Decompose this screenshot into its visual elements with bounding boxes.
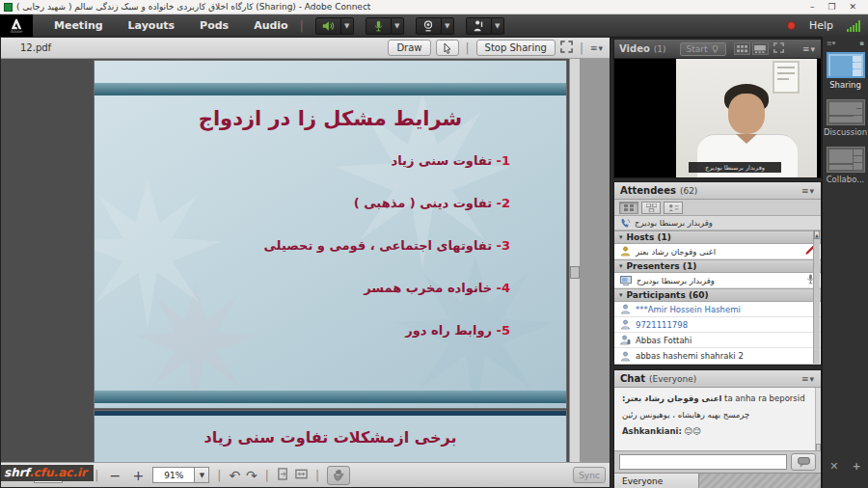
layout-discussion[interactable]: Discussion	[823, 99, 868, 137]
hosts-label: Hosts (1)	[627, 232, 671, 242]
menu-audio[interactable]: Audio	[254, 19, 288, 32]
attendees-scrollbar[interactable]: ▲	[813, 230, 820, 364]
layout-sharing-thumbnail[interactable]	[827, 52, 865, 78]
fit-width-button[interactable]	[295, 468, 308, 482]
hosts-group-header[interactable]: ▾ Hosts (1)	[614, 230, 821, 244]
presenter-row[interactable]: وقربدار برسنطا بودیرج	[614, 273, 821, 288]
draw-button[interactable]: Draw	[388, 40, 430, 56]
window-titlebar: کارگاه اخلاق کاربردی خانواده و سبک زندگی…	[0, 0, 868, 14]
fit-page-button[interactable]	[277, 468, 289, 482]
maximize-icon[interactable]: ❐	[827, 2, 835, 12]
chat-pod: Chat (Everyone) ≡▾ اعنی وقوجان رشاد بعتر…	[613, 369, 822, 488]
active-speaker-row: وقربدار برسنطا بودیرج	[614, 216, 821, 230]
attendee-status-view-button[interactable]	[664, 202, 683, 214]
minimize-icon[interactable]: –	[810, 2, 815, 12]
chat-messages: اعنی وقوجان رشاد بعتر: ta anha ra bepors…	[614, 388, 821, 451]
share-pod-menu-icon[interactable]: ≡▾	[590, 43, 604, 53]
participant-name: ***Amir Hossein Hashemi	[636, 305, 741, 314]
document-scrollbar-thumb[interactable]	[570, 266, 580, 279]
raise-hand-icon	[472, 19, 485, 33]
adobe-logo-label: Adobe	[11, 30, 23, 34]
pointer-icon	[443, 42, 452, 54]
document-scrollbar[interactable]	[569, 59, 580, 462]
start-webcam-button[interactable]: Start	[680, 42, 726, 56]
slide-item-5: 5- روابط راه دور	[263, 323, 510, 338]
layout-discussion-thumbnail[interactable]	[827, 99, 865, 125]
layouts-menu-icon[interactable]: ≡▾	[827, 40, 835, 47]
layout-collaboration-thumbnail[interactable]	[827, 147, 865, 173]
host-row[interactable]: اعنی وقوجان رشاد بعتر	[614, 244, 821, 259]
video-fullscreen-button[interactable]	[773, 42, 784, 55]
presenters-group-header[interactable]: ▾ Presenters (1)	[614, 259, 821, 273]
chat-input[interactable]	[619, 454, 787, 470]
recording-indicator-icon[interactable]	[787, 21, 796, 30]
participant-row[interactable]: Abbas Fottahi	[614, 333, 821, 348]
adobe-logo: Adobe	[0, 14, 33, 38]
delete-layout-icon[interactable]: ✕	[829, 460, 838, 473]
menu-layouts[interactable]: Layouts	[128, 19, 175, 32]
active-speaker-name: وقربدار برسنطا بودیرج	[635, 218, 713, 228]
video-pod-menu-icon[interactable]: ≡▾	[802, 44, 816, 54]
speaker-icon	[321, 19, 335, 33]
menubar-divider: |	[300, 19, 304, 33]
speaker-dropdown[interactable]: ▼	[341, 17, 354, 35]
zoom-in-button[interactable]: +	[129, 469, 147, 482]
layout-collaboration[interactable]: Collabo...	[823, 147, 868, 184]
video-count: (1)	[654, 44, 666, 54]
speaker-button[interactable]	[315, 17, 341, 35]
microphone-button[interactable]	[366, 17, 392, 35]
pan-tool-button[interactable]	[327, 466, 350, 485]
stop-sharing-button[interactable]: Stop Sharing	[476, 40, 556, 56]
video-filmstrip-view-button[interactable]	[752, 42, 769, 55]
rotate-left-button[interactable]: ↶	[229, 468, 240, 483]
shared-file-name: 12.pdf	[20, 42, 51, 53]
attendees-pod-menu-icon[interactable]: ≡▾	[801, 186, 815, 196]
attendees-title: Attendees	[620, 185, 676, 196]
chat-text: چرمسح بهیه رهایشاه ، یوهیونس رئین	[622, 410, 749, 420]
fullscreen-icon	[560, 41, 573, 53]
chat-message: Ashkankiani: ☺☺	[622, 426, 811, 436]
zoom-level-select[interactable]: 91% ▼	[152, 467, 209, 483]
add-layout-icon[interactable]: +	[853, 460, 861, 473]
zoom-out-button[interactable]: −	[106, 469, 123, 482]
set-status-dropdown[interactable]: ▼	[492, 17, 504, 35]
fullscreen-button[interactable]	[560, 41, 573, 55]
chat-tabs: Everyone	[614, 473, 821, 488]
chat-scrollbar[interactable]	[815, 388, 821, 451]
scroll-up-icon[interactable]: ▲	[814, 230, 820, 239]
layout-sharing[interactable]: Sharing	[823, 52, 868, 90]
chat-title: Chat	[620, 373, 645, 384]
microphone-dropdown[interactable]: ▼	[392, 17, 404, 35]
video-pod-header: Video (1) Start ≡▾	[614, 40, 821, 59]
scroll-down-icon[interactable]	[816, 444, 821, 451]
set-status-button[interactable]	[466, 17, 492, 35]
participants-group-header[interactable]: ▾ Participants (60)	[614, 288, 821, 302]
menu-meeting[interactable]: Meeting	[54, 19, 103, 32]
video-pod: Video (1) Start ≡▾ وقربدار برسنطا بودی	[613, 39, 822, 178]
webcam-dropdown[interactable]: ▼	[442, 17, 454, 35]
video-grid-view-button[interactable]	[734, 42, 750, 55]
attendee-breakout-view-button[interactable]	[641, 202, 661, 214]
sync-button[interactable]: Sync	[573, 467, 606, 483]
chat-send-button[interactable]	[791, 453, 816, 471]
attendee-list-view-button[interactable]	[619, 202, 638, 214]
connection-signal-icon[interactable]	[847, 20, 860, 32]
presenter-screen-icon	[620, 276, 632, 285]
close-icon[interactable]: ✕	[849, 2, 856, 12]
menu-help[interactable]: Help	[809, 19, 833, 32]
adobe-logo-icon	[10, 18, 23, 30]
participant-row[interactable]: 9721111798	[614, 317, 821, 333]
status-view-icon	[668, 203, 679, 212]
menu-pods[interactable]: Pods	[200, 19, 229, 32]
layouts-pin-icon[interactable]: ▪	[859, 40, 864, 47]
chat-pod-menu-icon[interactable]: ≡▾	[801, 374, 815, 384]
webcam-button[interactable]	[416, 17, 442, 35]
pointer-button[interactable]	[436, 40, 459, 56]
chat-balloon-icon	[798, 457, 810, 467]
rotate-right-button[interactable]: ↷	[246, 468, 258, 483]
share-pod-header: 12.pdf Draw | Stop Sharing | ≡▾	[1, 38, 610, 59]
participant-row[interactable]: ***Amir Hossein Hashemi	[614, 302, 821, 317]
participant-row[interactable]: abbas hashemi shahraki 2	[614, 348, 821, 364]
zoom-dropdown-icon[interactable]: ▼	[195, 467, 209, 483]
chat-tab-everyone[interactable]: Everyone	[614, 474, 699, 488]
